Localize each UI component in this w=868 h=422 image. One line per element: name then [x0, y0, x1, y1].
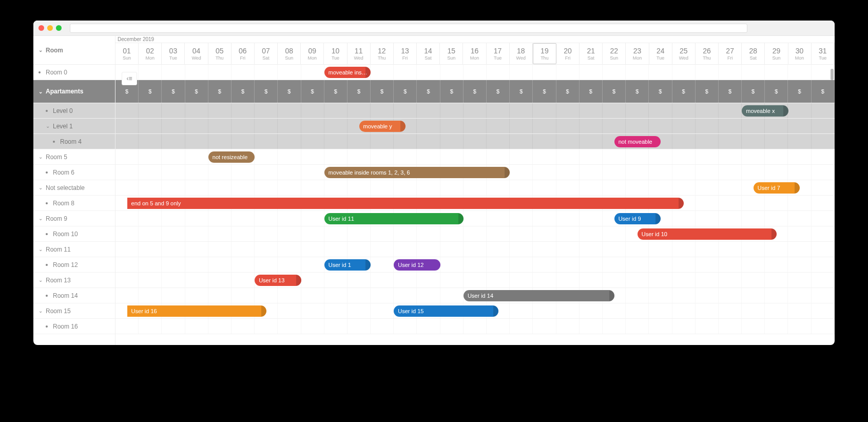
timeline-cell[interactable] — [487, 319, 510, 334]
timeline-cell[interactable] — [719, 319, 742, 334]
timeline-cell[interactable] — [788, 319, 811, 334]
day-column[interactable]: 24Tue — [649, 43, 672, 64]
timeline-cell[interactable] — [556, 319, 580, 334]
timeline-cell[interactable] — [580, 119, 603, 133]
timeline-cell[interactable] — [533, 273, 556, 287]
timeline-cell[interactable] — [533, 303, 556, 318]
timeline-cell[interactable] — [696, 103, 719, 118]
timeline-cell[interactable] — [603, 165, 626, 180]
timeline-cell[interactable] — [394, 273, 417, 287]
timeline-row[interactable]: not moveable — [115, 134, 835, 149]
timeline-cell[interactable] — [580, 273, 603, 287]
timeline-cell[interactable] — [371, 134, 394, 149]
timeline-cell[interactable] — [278, 242, 301, 257]
timeline-cell[interactable] — [487, 119, 510, 133]
timeline-cell[interactable] — [510, 134, 533, 149]
timeline-cell[interactable] — [672, 134, 696, 149]
timeline-cell[interactable] — [626, 119, 649, 133]
timeline-cell[interactable] — [556, 226, 580, 241]
timeline-cell[interactable] — [232, 134, 255, 149]
timeline-cell[interactable] — [510, 211, 533, 226]
timeline-cell[interactable] — [301, 149, 324, 164]
timeline-cell[interactable] — [115, 149, 139, 164]
timeline-cell[interactable] — [672, 103, 696, 118]
timeline-cell[interactable] — [487, 180, 510, 195]
day-column[interactable]: 21Sat — [580, 43, 603, 64]
timeline-cell[interactable] — [556, 103, 580, 118]
timeline-cell[interactable] — [232, 180, 255, 195]
timeline-cell[interactable] — [765, 303, 788, 318]
timeline-cell[interactable] — [440, 242, 464, 257]
timeline-cell[interactable] — [580, 165, 603, 180]
timeline-cell[interactable] — [348, 226, 371, 241]
timeline-cell[interactable] — [742, 242, 765, 257]
timeline-cell[interactable] — [348, 180, 371, 195]
timeline-cell[interactable] — [324, 134, 348, 149]
timeline-cell[interactable] — [580, 180, 603, 195]
timeline-cell[interactable] — [765, 134, 788, 149]
timeline-cell[interactable] — [232, 103, 255, 118]
day-column[interactable]: 19Thu — [533, 43, 556, 64]
sidebar-header[interactable]: ⌄ Room — [33, 36, 115, 65]
timeline-cell[interactable] — [812, 149, 835, 164]
timeline-cell[interactable] — [348, 149, 371, 164]
timeline-row[interactable]: $$$$$$$$$$$$$$$$$$$$$$$$$$$$$$$ — [115, 80, 835, 103]
timeline-cell[interactable] — [649, 242, 672, 257]
timeline-cell[interactable] — [788, 257, 811, 272]
timeline-row[interactable]: moveable y — [115, 119, 835, 134]
timeline-cell[interactable] — [139, 242, 162, 257]
timeline-cell[interactable] — [139, 226, 162, 241]
timeline-cell[interactable] — [115, 180, 139, 195]
timeline-cell[interactable] — [788, 226, 811, 241]
row-header-room15[interactable]: ⌄Room 15 — [33, 303, 115, 319]
timeline-cell[interactable] — [603, 273, 626, 287]
timeline-cell[interactable] — [255, 180, 278, 195]
timeline-row[interactable]: User id 10 — [115, 226, 835, 242]
timeline-row[interactable] — [115, 242, 835, 257]
timeline-cell[interactable] — [788, 288, 811, 303]
day-column[interactable]: 31Tue — [812, 43, 835, 64]
timeline-cell[interactable] — [255, 319, 278, 334]
timeline-cell[interactable] — [464, 226, 487, 241]
timeline-cell[interactable] — [162, 288, 185, 303]
timeline-cell[interactable] — [556, 180, 580, 195]
timeline-cell[interactable] — [162, 242, 185, 257]
timeline-cell[interactable] — [185, 257, 208, 272]
timeline-row[interactable]: moveable inside rooms 1, 2, 3, 6 — [115, 165, 835, 180]
timeline-cell[interactable] — [580, 103, 603, 118]
timeline-cell[interactable] — [394, 319, 417, 334]
timeline-cell[interactable] — [301, 180, 324, 195]
timeline-cell[interactable] — [139, 119, 162, 133]
timeline-cell[interactable] — [533, 165, 556, 180]
timeline-cell[interactable] — [324, 103, 348, 118]
timeline-row[interactable]: end on 5 and 9 only — [115, 196, 835, 211]
timeline-cell[interactable] — [812, 257, 835, 272]
timeline-cell[interactable] — [696, 165, 719, 180]
timeline-cell[interactable] — [626, 149, 649, 164]
timeline-cell[interactable] — [556, 242, 580, 257]
timeline-cell[interactable] — [208, 226, 232, 241]
timeline-cell[interactable] — [580, 303, 603, 318]
timeline-row[interactable]: moveable x — [115, 103, 835, 119]
event-bar[interactable]: User id 1 — [324, 259, 371, 271]
timeline-cell[interactable] — [742, 319, 765, 334]
timeline-cell[interactable] — [115, 119, 139, 133]
timeline-cell[interactable] — [208, 180, 232, 195]
timeline-cell[interactable] — [185, 103, 208, 118]
timeline-cell[interactable] — [394, 180, 417, 195]
timeline-cell[interactable] — [162, 103, 185, 118]
url-input[interactable] — [70, 24, 747, 33]
timeline-cell[interactable] — [649, 180, 672, 195]
timeline-cell[interactable] — [487, 242, 510, 257]
timeline-cell[interactable] — [719, 273, 742, 287]
timeline-cell[interactable] — [649, 273, 672, 287]
timeline-cell[interactable] — [324, 180, 348, 195]
day-column[interactable]: 11Wed — [348, 43, 371, 64]
maximize-icon[interactable] — [56, 25, 62, 31]
timeline-cell[interactable] — [626, 257, 649, 272]
timeline-cell[interactable] — [255, 242, 278, 257]
timeline-cell[interactable] — [185, 180, 208, 195]
timeline-cell[interactable] — [301, 303, 324, 318]
timeline-cell[interactable] — [440, 319, 464, 334]
timeline-cell[interactable] — [603, 242, 626, 257]
